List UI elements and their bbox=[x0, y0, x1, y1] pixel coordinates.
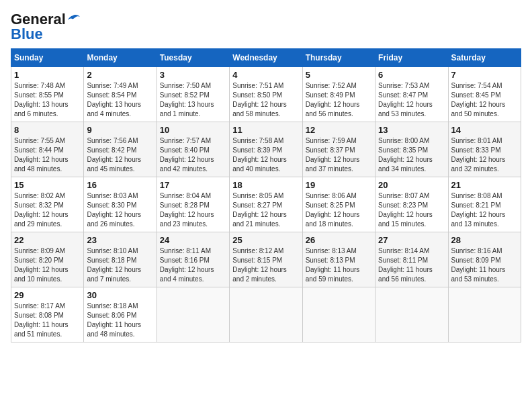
day-info: Sunrise: 7:54 AM Sunset: 8:45 PM Dayligh… bbox=[451, 81, 518, 119]
table-row: 23 Sunrise: 8:10 AM Sunset: 8:18 PM Dayl… bbox=[84, 232, 157, 287]
day-info: Sunrise: 7:48 AM Sunset: 8:55 PM Dayligh… bbox=[14, 81, 81, 119]
day-number: 6 bbox=[378, 70, 445, 80]
table-row bbox=[230, 287, 302, 342]
table-row: 19 Sunrise: 8:06 AM Sunset: 8:25 PM Dayl… bbox=[302, 177, 375, 232]
day-info: Sunrise: 8:03 AM Sunset: 8:30 PM Dayligh… bbox=[87, 191, 153, 229]
table-row bbox=[448, 287, 521, 342]
logo-blue: Blue bbox=[11, 26, 43, 43]
day-number: 30 bbox=[87, 290, 153, 300]
table-row: 9 Sunrise: 7:56 AM Sunset: 8:42 PM Dayli… bbox=[84, 122, 157, 177]
day-number: 23 bbox=[87, 235, 153, 245]
table-row: 26 Sunrise: 8:13 AM Sunset: 8:13 PM Dayl… bbox=[302, 232, 375, 287]
day-info: Sunrise: 8:05 AM Sunset: 8:27 PM Dayligh… bbox=[232, 191, 299, 229]
day-number: 9 bbox=[87, 125, 153, 135]
day-info: Sunrise: 8:12 AM Sunset: 8:15 PM Dayligh… bbox=[232, 246, 299, 284]
weekday-header-tuesday: Tuesday bbox=[157, 49, 229, 67]
day-info: Sunrise: 7:55 AM Sunset: 8:44 PM Dayligh… bbox=[14, 136, 81, 174]
table-row: 21 Sunrise: 8:08 AM Sunset: 8:21 PM Dayl… bbox=[448, 177, 521, 232]
table-row: 24 Sunrise: 8:11 AM Sunset: 8:16 PM Dayl… bbox=[157, 232, 229, 287]
day-info: Sunrise: 7:51 AM Sunset: 8:50 PM Dayligh… bbox=[232, 81, 299, 119]
table-row: 29 Sunrise: 8:17 AM Sunset: 8:08 PM Dayl… bbox=[11, 287, 84, 342]
day-info: Sunrise: 8:14 AM Sunset: 8:11 PM Dayligh… bbox=[378, 246, 445, 284]
day-info: Sunrise: 8:11 AM Sunset: 8:16 PM Dayligh… bbox=[160, 246, 226, 284]
table-row: 4 Sunrise: 7:51 AM Sunset: 8:50 PM Dayli… bbox=[230, 67, 302, 122]
weekday-header-monday: Monday bbox=[84, 49, 157, 67]
day-info: Sunrise: 7:52 AM Sunset: 8:49 PM Dayligh… bbox=[306, 81, 372, 119]
table-row: 12 Sunrise: 7:59 AM Sunset: 8:37 PM Dayl… bbox=[302, 122, 375, 177]
day-number: 24 bbox=[160, 235, 226, 245]
table-row: 17 Sunrise: 8:04 AM Sunset: 8:28 PM Dayl… bbox=[157, 177, 229, 232]
table-row: 13 Sunrise: 8:00 AM Sunset: 8:35 PM Dayl… bbox=[375, 122, 448, 177]
day-info: Sunrise: 8:01 AM Sunset: 8:33 PM Dayligh… bbox=[451, 136, 518, 174]
day-number: 18 bbox=[232, 180, 299, 190]
day-number: 4 bbox=[232, 70, 299, 80]
table-row: 7 Sunrise: 7:54 AM Sunset: 8:45 PM Dayli… bbox=[448, 67, 521, 122]
day-number: 15 bbox=[14, 180, 81, 190]
table-row: 20 Sunrise: 8:07 AM Sunset: 8:23 PM Dayl… bbox=[375, 177, 448, 232]
day-info: Sunrise: 8:18 AM Sunset: 8:06 PM Dayligh… bbox=[87, 302, 153, 339]
day-info: Sunrise: 8:13 AM Sunset: 8:13 PM Dayligh… bbox=[306, 246, 372, 284]
weekday-header-saturday: Saturday bbox=[448, 49, 521, 67]
weekday-header-friday: Friday bbox=[375, 49, 448, 67]
table-row: 1 Sunrise: 7:48 AM Sunset: 8:55 PM Dayli… bbox=[11, 67, 84, 122]
table-row: 22 Sunrise: 8:09 AM Sunset: 8:20 PM Dayl… bbox=[11, 232, 84, 287]
table-row: 2 Sunrise: 7:49 AM Sunset: 8:54 PM Dayli… bbox=[84, 67, 157, 122]
day-info: Sunrise: 8:06 AM Sunset: 8:25 PM Dayligh… bbox=[306, 191, 372, 229]
table-row: 5 Sunrise: 7:52 AM Sunset: 8:49 PM Dayli… bbox=[302, 67, 375, 122]
day-info: Sunrise: 8:00 AM Sunset: 8:35 PM Dayligh… bbox=[378, 136, 445, 174]
day-info: Sunrise: 7:59 AM Sunset: 8:37 PM Dayligh… bbox=[306, 136, 372, 174]
day-number: 20 bbox=[378, 180, 445, 190]
day-number: 26 bbox=[306, 235, 372, 245]
table-row bbox=[302, 287, 375, 342]
day-number: 2 bbox=[87, 70, 153, 80]
day-number: 19 bbox=[306, 180, 372, 190]
weekday-header-sunday: Sunday bbox=[11, 49, 84, 67]
day-number: 7 bbox=[451, 70, 518, 80]
table-row: 6 Sunrise: 7:53 AM Sunset: 8:47 PM Dayli… bbox=[375, 67, 448, 122]
day-number: 22 bbox=[14, 235, 81, 245]
table-row: 8 Sunrise: 7:55 AM Sunset: 8:44 PM Dayli… bbox=[11, 122, 84, 177]
day-info: Sunrise: 8:07 AM Sunset: 8:23 PM Dayligh… bbox=[378, 191, 445, 229]
weekday-header-wednesday: Wednesday bbox=[230, 49, 302, 67]
day-info: Sunrise: 7:49 AM Sunset: 8:54 PM Dayligh… bbox=[87, 81, 153, 119]
table-row: 16 Sunrise: 8:03 AM Sunset: 8:30 PM Dayl… bbox=[84, 177, 157, 232]
table-row: 14 Sunrise: 8:01 AM Sunset: 8:33 PM Dayl… bbox=[448, 122, 521, 177]
day-number: 29 bbox=[14, 290, 81, 300]
day-info: Sunrise: 8:10 AM Sunset: 8:18 PM Dayligh… bbox=[87, 246, 153, 284]
table-row bbox=[157, 287, 229, 342]
day-info: Sunrise: 7:53 AM Sunset: 8:47 PM Dayligh… bbox=[378, 81, 445, 119]
day-info: Sunrise: 8:04 AM Sunset: 8:28 PM Dayligh… bbox=[160, 191, 226, 229]
day-number: 10 bbox=[160, 125, 226, 135]
table-row: 30 Sunrise: 8:18 AM Sunset: 8:06 PM Dayl… bbox=[84, 287, 157, 342]
day-info: Sunrise: 8:17 AM Sunset: 8:08 PM Dayligh… bbox=[14, 302, 81, 339]
day-number: 28 bbox=[451, 235, 518, 245]
day-info: Sunrise: 8:02 AM Sunset: 8:32 PM Dayligh… bbox=[14, 191, 81, 229]
day-number: 21 bbox=[451, 180, 518, 190]
day-number: 11 bbox=[232, 125, 299, 135]
table-row bbox=[375, 287, 448, 342]
day-number: 1 bbox=[14, 70, 81, 80]
day-info: Sunrise: 8:08 AM Sunset: 8:21 PM Dayligh… bbox=[451, 191, 518, 229]
table-row: 18 Sunrise: 8:05 AM Sunset: 8:27 PM Dayl… bbox=[230, 177, 302, 232]
table-row: 10 Sunrise: 7:57 AM Sunset: 8:40 PM Dayl… bbox=[157, 122, 229, 177]
day-number: 12 bbox=[306, 125, 372, 135]
table-row: 25 Sunrise: 8:12 AM Sunset: 8:15 PM Dayl… bbox=[230, 232, 302, 287]
day-number: 13 bbox=[378, 125, 445, 135]
day-number: 27 bbox=[378, 235, 445, 245]
day-info: Sunrise: 7:50 AM Sunset: 8:52 PM Dayligh… bbox=[160, 81, 226, 119]
day-info: Sunrise: 8:16 AM Sunset: 8:09 PM Dayligh… bbox=[451, 246, 518, 284]
day-number: 8 bbox=[14, 125, 81, 135]
day-info: Sunrise: 7:56 AM Sunset: 8:42 PM Dayligh… bbox=[87, 136, 153, 174]
day-number: 5 bbox=[306, 70, 372, 80]
logo: General Blue bbox=[11, 11, 81, 43]
table-row: 28 Sunrise: 8:16 AM Sunset: 8:09 PM Dayl… bbox=[448, 232, 521, 287]
day-number: 16 bbox=[87, 180, 153, 190]
logo-bird-icon bbox=[66, 14, 80, 25]
day-info: Sunrise: 7:57 AM Sunset: 8:40 PM Dayligh… bbox=[160, 136, 226, 174]
table-row: 27 Sunrise: 8:14 AM Sunset: 8:11 PM Dayl… bbox=[375, 232, 448, 287]
weekday-header-thursday: Thursday bbox=[302, 49, 375, 67]
table-row: 11 Sunrise: 7:58 AM Sunset: 8:39 PM Dayl… bbox=[230, 122, 302, 177]
calendar-table: SundayMondayTuesdayWednesdayThursdayFrid… bbox=[11, 48, 521, 342]
day-info: Sunrise: 7:58 AM Sunset: 8:39 PM Dayligh… bbox=[232, 136, 299, 174]
day-number: 25 bbox=[232, 235, 299, 245]
